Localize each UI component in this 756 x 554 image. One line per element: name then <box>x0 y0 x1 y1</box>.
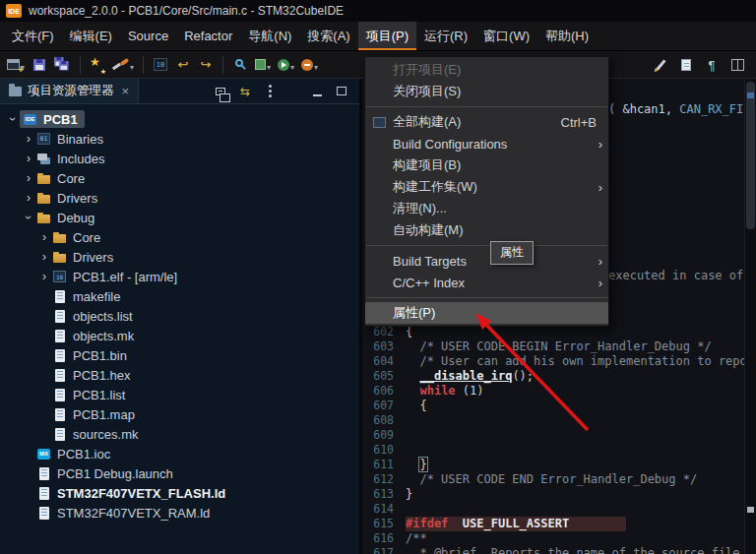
device-configuration-button[interactable] <box>110 54 136 76</box>
menu-file[interactable]: 文件(F) <box>4 22 62 50</box>
tree-item-includes[interactable]: Includes <box>0 149 359 168</box>
menu-item-close-project[interactable]: 关闭项目(S) <box>365 81 608 102</box>
tab-project-explorer[interactable]: 项目资源管理器 × <box>0 79 139 103</box>
split-editor-button[interactable] <box>727 54 747 76</box>
save-button[interactable] <box>30 54 49 76</box>
tree-item-debug-drivers[interactable]: Drivers <box>0 247 359 267</box>
code-line[interactable]: 614 <box>362 502 744 517</box>
tree-item-drivers[interactable]: Drivers <box>0 188 359 208</box>
code-line[interactable]: 611 } <box>362 458 744 472</box>
forward-button[interactable]: ↪ <box>196 54 216 76</box>
view-menu-button[interactable] <box>262 84 278 99</box>
tree-item-ram-ld[interactable]: STM32F407VETX_RAM.ld <box>0 503 359 523</box>
expander-icon[interactable] <box>22 191 35 205</box>
menu-item-build-all[interactable]: 全部构建(A)Ctrl+B <box>365 111 608 133</box>
menu-project[interactable]: 项目(P) <box>358 22 416 50</box>
line-number[interactable]: 609 <box>362 428 394 443</box>
code-fragment-top[interactable]: ( &hcan1, CAN_RX_FIFO <box>608 102 756 116</box>
code-line[interactable]: 613} <box>362 487 744 502</box>
tree-item-pcb1-hex[interactable]: PCB1.hex <box>0 365 359 385</box>
new-button[interactable] <box>5 54 27 76</box>
code-line[interactable]: 608 <box>362 413 744 428</box>
collapse-all-button[interactable] <box>213 84 228 99</box>
code-line[interactable]: 604 /* User can add his own implementati… <box>362 354 744 369</box>
external-tools-button[interactable] <box>299 54 320 76</box>
open-resource-button[interactable] <box>676 54 696 76</box>
menu-search[interactable]: 搜索(A) <box>299 22 357 50</box>
menu-item-build-configurations[interactable]: Build Configurations <box>365 133 608 154</box>
build-all-button[interactable] <box>88 54 107 76</box>
close-icon[interactable]: × <box>122 84 130 98</box>
back-button[interactable]: ↩ <box>173 54 193 76</box>
expander-icon[interactable] <box>22 211 35 224</box>
expander-icon[interactable] <box>37 250 51 264</box>
code-line[interactable]: 617 * @brief Reports the name of the sou… <box>362 546 744 554</box>
code-line[interactable]: 615#ifdef USE_FULL_ASSERT <box>362 517 744 531</box>
menu-run[interactable]: 运行(R) <box>416 22 475 50</box>
maximize-button[interactable] <box>334 84 349 99</box>
menu-refactor[interactable]: Refactor <box>176 22 240 50</box>
tree-item-sources-mk[interactable]: sources.mk <box>0 424 359 444</box>
binary-io-button[interactable] <box>151 54 170 76</box>
tree-item-flash-ld[interactable]: STM32F407VETX_FLASH.ld <box>0 483 359 503</box>
edit-mode-button[interactable] <box>651 54 670 76</box>
tree-item-pcb1-list[interactable]: PCB1.list <box>0 385 359 404</box>
code-line[interactable]: 606 while (1) <box>362 384 744 399</box>
scrollbar-thumb[interactable] <box>746 82 755 229</box>
line-number[interactable]: 612 <box>362 472 394 487</box>
line-number[interactable]: 605 <box>362 369 394 384</box>
expander-icon[interactable] <box>37 270 51 283</box>
tree-item-pcb1-bin[interactable]: PCB1.bin <box>0 345 359 365</box>
run-button[interactable] <box>276 54 296 76</box>
tree-item-makefile[interactable]: makefile <box>0 286 359 306</box>
code-fragment-mid[interactable]: executed in case of er <box>608 269 756 282</box>
tree-item-pcb1-ioc[interactable]: PCB1.ioc <box>0 444 359 463</box>
line-number[interactable]: 611 <box>362 458 394 472</box>
expander-icon[interactable] <box>22 171 35 185</box>
line-number[interactable]: 606 <box>362 384 394 399</box>
line-number[interactable]: 610 <box>362 443 394 458</box>
tree-item-objects-mk[interactable]: objects.mk <box>0 326 359 345</box>
tree-item-debug[interactable]: Debug <box>0 208 359 227</box>
minimize-button[interactable] <box>309 84 325 99</box>
tree-item-binaries[interactable]: Binaries <box>0 129 359 149</box>
line-number[interactable]: 603 <box>362 339 394 354</box>
menu-item-properties[interactable]: 属性(P) <box>365 302 608 324</box>
line-number[interactable]: 607 <box>362 399 394 413</box>
tree-item-pcb1-debug-launch[interactable]: PCB1 Debug.launch <box>0 463 359 483</box>
line-number[interactable]: 602 <box>362 325 394 339</box>
menu-source[interactable]: Source <box>120 22 176 50</box>
menu-item-build-project[interactable]: 构建项目(B) <box>365 154 608 176</box>
code-line[interactable]: 605 __disable_irq(); <box>362 369 744 384</box>
code-line[interactable]: 612 /* USER CODE END Error_Handler_Debug… <box>362 472 744 487</box>
vertical-scrollbar[interactable] <box>744 79 756 554</box>
code-line[interactable]: 616/** <box>362 531 744 546</box>
line-number[interactable]: 608 <box>362 413 394 428</box>
line-number[interactable]: 615 <box>362 517 394 531</box>
expander-icon[interactable] <box>37 230 51 244</box>
search-button[interactable] <box>230 54 250 76</box>
tree-item-pcb1-map[interactable]: PCB1.map <box>0 404 359 424</box>
line-number[interactable]: 604 <box>362 354 394 369</box>
tree-item-pcb1-elf[interactable]: PCB1.elf - [arm/le] <box>0 267 359 286</box>
menu-navigate[interactable]: 导航(N) <box>240 22 299 50</box>
code-line[interactable]: 610 <box>362 443 744 458</box>
tree-item-objects-list[interactable]: objects.list <box>0 306 359 326</box>
menu-item-clean[interactable]: 清理(N)... <box>365 198 608 219</box>
expander-icon[interactable] <box>22 152 35 165</box>
tree-item-debug-core[interactable]: Core <box>0 227 359 247</box>
show-whitespace-button[interactable] <box>702 54 722 76</box>
menu-window[interactable]: 窗口(W) <box>475 22 537 50</box>
code-line[interactable]: 607 { <box>362 399 744 413</box>
link-with-editor-button[interactable]: ⇆ <box>237 84 253 99</box>
line-number[interactable]: 613 <box>362 487 394 502</box>
menu-help[interactable]: 帮助(H) <box>537 22 597 50</box>
expander-icon[interactable] <box>6 112 20 126</box>
menu-item-cpp-index[interactable]: C/C++ Index <box>365 272 608 293</box>
menu-item-build-working-set[interactable]: 构建工作集(W) <box>365 176 608 198</box>
code-line[interactable]: 603 /* USER CODE BEGIN Error_Handler_Deb… <box>362 339 744 354</box>
code-line[interactable]: 602{ <box>362 325 744 339</box>
code-line[interactable]: 609 <box>362 428 744 443</box>
save-all-button[interactable] <box>52 54 73 76</box>
line-number[interactable]: 614 <box>362 502 394 517</box>
